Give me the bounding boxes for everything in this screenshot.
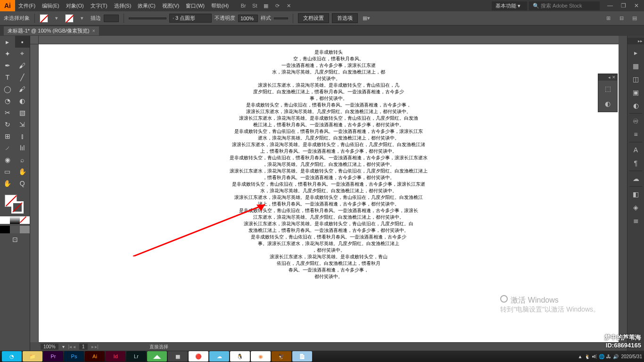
taskbar-app[interactable]: 📄 — [292, 351, 312, 362]
taskbar-app[interactable]: 🐧 — [230, 351, 250, 362]
menu-窗口W[interactable]: 窗口(W) — [182, 2, 208, 9]
align-icon[interactable]: ▦▾ — [361, 14, 372, 23]
tray-icon[interactable]: ▲ — [578, 354, 583, 359]
tab-close-icon[interactable]: × — [92, 28, 95, 33]
tool-1-0[interactable]: ✦ — [0, 48, 15, 59]
menu-文件F[interactable]: 文件(F) — [15, 2, 39, 9]
arrange-grid-icon[interactable]: ⊞ — [603, 14, 614, 23]
tool-8-1[interactable]: ⫿ — [15, 130, 30, 142]
taskbar-app[interactable]: ◔ — [2, 351, 22, 362]
fill-swatch[interactable] — [40, 14, 48, 23]
document-tab[interactable]: 未标题-1* @ 100% (RGB/像素预览) × — [4, 26, 99, 35]
float-panel-icon[interactable]: ⬚ — [603, 83, 613, 94]
tool-10-1[interactable]: ⌕ — [15, 154, 30, 165]
stroke-dropdown-icon[interactable]: ▾ — [76, 14, 88, 23]
menubar-icon[interactable]: ⟳ — [272, 1, 283, 10]
color-swatch-none[interactable] — [20, 216, 30, 224]
taskbar-app[interactable]: 🔴 — [189, 351, 208, 362]
opacity-input[interactable] — [238, 15, 258, 22]
menubar-icon[interactable]: ▦ — [260, 1, 272, 10]
taskbar-app[interactable]: Lr — [126, 351, 146, 362]
area-type-object[interactable]: 是非成败转头空，青山依旧在，惯看秋月春风。一壶浊酒喜相逢，古今多少事，滚滚长江东… — [211, 49, 446, 280]
taskbar-app[interactable]: ▦ — [168, 351, 188, 362]
tool-7-0[interactable]: ↻ — [0, 118, 15, 130]
workspace-switcher[interactable]: 基本功能 ▾ — [492, 1, 527, 10]
taskbar-app[interactable]: Ai — [85, 351, 105, 362]
menu-文字T[interactable]: 文字(T) — [87, 2, 111, 9]
menubar-icon[interactable]: Br — [238, 1, 249, 10]
dock-collapse-button[interactable]: ▸▸ — [627, 38, 644, 44]
graphic-style-dropdown[interactable] — [274, 17, 288, 19]
stroke-weight-input[interactable] — [104, 15, 119, 22]
tool-4-0[interactable]: ◯ — [0, 83, 15, 95]
panel-menu-icon[interactable]: ▤ — [629, 14, 640, 23]
stroke-swatch[interactable] — [65, 14, 74, 23]
taskbar-app[interactable]: 📁 — [23, 351, 42, 362]
draw-mode-behind[interactable] — [10, 226, 20, 233]
horizontal-ruler[interactable] — [39, 36, 619, 44]
dock-panel-icon[interactable]: ≡ — [627, 128, 644, 141]
taskbar-app[interactable]: ☁ — [209, 351, 229, 362]
menu-编辑E[interactable]: 编辑(E) — [39, 2, 63, 9]
taskbar-app[interactable]: Id — [106, 351, 125, 362]
dock-panel-icon[interactable]: ▣ — [627, 86, 644, 99]
tool-6-1[interactable]: ▧ — [15, 107, 30, 118]
taskbar-app[interactable]: Pr — [43, 351, 63, 362]
tool-12-1[interactable]: Q — [15, 177, 30, 189]
fill-stroke-control[interactable] — [0, 193, 30, 216]
draw-mode-inside[interactable] — [20, 226, 30, 233]
float-panel-collapse[interactable]: ◂ ✕ — [598, 74, 617, 81]
dock-panel-icon[interactable]: ▸ — [627, 46, 644, 59]
dock-panel-icon[interactable]: ◈ — [627, 201, 644, 214]
tray-icon[interactable]: 🌐 — [599, 354, 604, 359]
ruler-origin[interactable] — [30, 36, 39, 44]
fill-dropdown-icon[interactable]: ▾ — [51, 14, 62, 23]
window-restore[interactable]: ❐ — [619, 2, 627, 9]
tool-5-1[interactable]: ◐ — [15, 95, 30, 107]
float-panel-icon[interactable]: ◐ — [603, 99, 613, 109]
brush-dropdown[interactable] — [129, 17, 166, 19]
window-close[interactable]: ✕ — [633, 2, 640, 9]
dock-panel-icon[interactable]: ◫ — [627, 73, 644, 86]
taskbar-app[interactable]: Ps — [64, 351, 84, 362]
dock-panel-icon[interactable]: ☁ — [627, 172, 644, 185]
arrange-list-icon[interactable]: ⊟ — [616, 14, 627, 23]
menu-帮助H[interactable]: 帮助(H) — [208, 2, 232, 9]
taskbar-app[interactable]: ◉ — [251, 351, 271, 362]
draw-mode-normal[interactable] — [0, 226, 10, 233]
tool-9-0[interactable]: ⟋ — [0, 142, 15, 154]
dock-panel-icon[interactable]: ◧ — [627, 188, 644, 201]
dock-panel-icon[interactable]: A — [627, 143, 644, 156]
tray-icon[interactable]: 🖧 — [606, 354, 611, 359]
vertical-ruler[interactable] — [30, 44, 39, 342]
search-stock-input[interactable]: 🔍 搜索 Adobe Stock — [529, 1, 600, 10]
tool-0-0[interactable]: ▸ — [0, 36, 15, 48]
tool-4-1[interactable]: 🖌 — [15, 83, 30, 95]
menubar-icon[interactable]: St — [249, 1, 260, 10]
tool-11-1[interactable]: ✋ — [15, 165, 30, 177]
document-setup-button[interactable]: 文档设置 — [298, 13, 329, 23]
tray-icon[interactable]: 🐧 — [585, 354, 590, 359]
taskbar-app[interactable]: 🦅 — [272, 351, 291, 362]
tool-0-1[interactable]: ▪ — [15, 36, 30, 48]
menubar-icon[interactable]: ✕ — [283, 1, 294, 10]
taskbar-app[interactable]: ◢◣ — [147, 351, 167, 362]
tool-3-1[interactable]: ╱ — [15, 71, 30, 83]
dock-panel-icon[interactable]: ♾ — [627, 115, 644, 128]
dock-panel-icon[interactable]: ¶ — [627, 156, 644, 170]
tray-icon[interactable]: 🕬 — [592, 354, 597, 359]
menu-选择S[interactable]: 选择(S) — [111, 2, 135, 9]
tool-1-1[interactable]: ⌖ — [15, 48, 30, 59]
tool-9-1[interactable]: lıl — [15, 142, 30, 154]
artboard[interactable]: 是非成败转头空，青山依旧在，惯看秋月春风。一壶浊酒喜相逢，古今多少事，滚滚长江东… — [39, 44, 619, 342]
menu-视图V[interactable]: 视图(V) — [159, 2, 183, 9]
color-swatch-gradient[interactable] — [10, 216, 20, 224]
floating-panel[interactable]: ◂ ✕ ⬚◐ — [598, 74, 618, 112]
artboard-nav[interactable]: 1 — [79, 344, 88, 350]
tool-6-0[interactable]: ✂ — [0, 107, 15, 118]
tool-5-0[interactable]: ◔ — [0, 95, 15, 107]
stroke-color-swatch[interactable] — [11, 201, 24, 214]
tool-2-1[interactable]: 🖌 — [15, 59, 30, 71]
tool-10-0[interactable]: ◉ — [0, 154, 15, 165]
screen-mode-button[interactable]: ⊡ — [0, 233, 30, 245]
